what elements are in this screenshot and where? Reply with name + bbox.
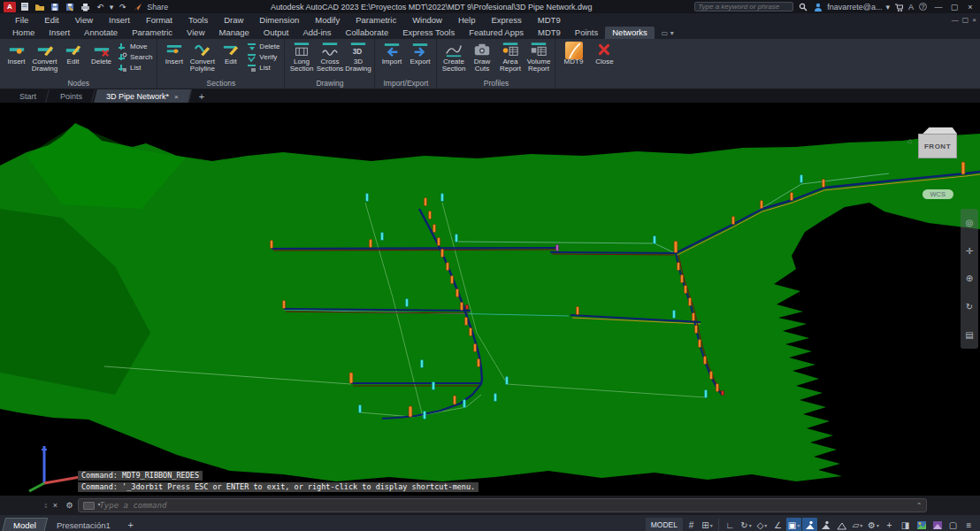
tab-annotate[interactable]: Annotate: [77, 27, 125, 39]
menu-modify[interactable]: Modify: [307, 15, 348, 25]
drawing-cross-sections-button[interactable]: Cross Sections: [316, 41, 343, 73]
tab-insert[interactable]: Insert: [42, 27, 77, 39]
tab-home[interactable]: Home: [5, 27, 42, 39]
menu-file[interactable]: File: [7, 15, 36, 25]
command-bar-grip[interactable]: ⁞⁞: [44, 502, 46, 510]
tab-parametric[interactable]: Parametric: [125, 27, 180, 39]
command-input[interactable]: [99, 501, 911, 510]
ribbon-close-button[interactable]: Close: [589, 41, 619, 65]
doc-close-button[interactable]: ×: [972, 16, 976, 24]
annotation-scale-icon[interactable]: [834, 518, 849, 531]
save-icon[interactable]: [50, 2, 61, 12]
new-drawing-tab-button[interactable]: +: [192, 89, 211, 103]
sections-convert-polyline-button[interactable]: Convert Polyline: [188, 41, 216, 73]
menu-draw[interactable]: Draw: [216, 15, 251, 25]
signed-in-user[interactable]: fnavarrete@a...: [827, 3, 882, 12]
search-icon[interactable]: [797, 2, 808, 12]
polar-tracking-icon[interactable]: ↻▾: [739, 518, 754, 531]
nodes-list-button[interactable]: List: [118, 63, 152, 73]
isolate-objects-icon[interactable]: ◨: [898, 518, 913, 531]
snap-mode-icon[interactable]: ⊞▾: [700, 518, 715, 531]
wcs-badge[interactable]: WCS: [923, 189, 954, 199]
menu-express[interactable]: Express: [483, 15, 529, 25]
ribbon-display-toggle[interactable]: ▭ ▾: [662, 29, 674, 39]
profiles-create-section-button[interactable]: Create Section: [440, 41, 467, 73]
graphics-performance-icon[interactable]: [914, 518, 929, 531]
menu-tools[interactable]: Tools: [180, 15, 216, 25]
command-input-field[interactable]: ⌃: [78, 498, 927, 512]
drawing-canvas[interactable]: ⌂ FRONT WCS ◎ ✛ ⊕ ↻ ▤ Command: MDT9_RIBB…: [0, 103, 980, 496]
hardware-acceleration-icon[interactable]: [930, 518, 945, 531]
command-customize-icon[interactable]: ⚙: [64, 501, 74, 510]
undo-dropdown-icon[interactable]: ▾: [110, 3, 114, 12]
annotation-visibility-icon[interactable]: [802, 518, 817, 531]
nav-wheel-icon[interactable]: ◎: [966, 218, 974, 227]
menu-format[interactable]: Format: [138, 15, 180, 25]
file-tab-start[interactable]: Start: [7, 89, 50, 103]
app-store-icon[interactable]: [893, 2, 905, 12]
profiles-draw-cuts-button[interactable]: Draw Cuts: [468, 41, 495, 73]
drawing-3d-button[interactable]: 3D 3D Drawing: [344, 41, 371, 73]
doc-restore-button[interactable]: ▢: [962, 16, 969, 24]
sections-insert-button[interactable]: Insert: [160, 41, 188, 65]
tab-view[interactable]: View: [180, 27, 211, 39]
doc-minimize-button[interactable]: —: [952, 16, 959, 24]
save-as-icon[interactable]: [65, 2, 76, 12]
help-search-input[interactable]: [698, 3, 790, 11]
autodesk-account-icon[interactable]: A: [908, 3, 914, 12]
model-space-toggle[interactable]: MODEL: [646, 518, 683, 531]
layout-tab-presentacion1[interactable]: Presentación1: [46, 519, 120, 531]
sections-panel-label[interactable]: Sections: [157, 78, 284, 88]
profiles-volume-report-button[interactable]: Volume Report: [524, 41, 552, 73]
nodes-move-button[interactable]: Move: [118, 42, 152, 51]
export-button[interactable]: Export: [406, 41, 433, 65]
file-tab-points[interactable]: Points: [48, 89, 96, 103]
user-dropdown-icon[interactable]: ▾: [885, 3, 890, 12]
annotation-monitor-icon[interactable]: +: [882, 518, 897, 531]
file-tab-close-icon[interactable]: ×: [174, 93, 179, 101]
grid-display-icon[interactable]: #: [684, 518, 699, 531]
share-icon[interactable]: [132, 2, 143, 12]
customization-menu-icon[interactable]: ≡: [961, 518, 976, 531]
isodraft-icon[interactable]: ◇▾: [754, 518, 769, 531]
nav-pan-icon[interactable]: ✛: [966, 246, 973, 256]
user-avatar-icon[interactable]: [812, 2, 823, 12]
close-button[interactable]: ×: [964, 3, 976, 12]
tab-featured-apps[interactable]: Featured Apps: [462, 27, 531, 39]
import-button[interactable]: Import: [378, 41, 405, 65]
tab-networks[interactable]: Networks: [605, 27, 655, 39]
open-folder-icon[interactable]: [34, 2, 46, 12]
profiles-area-report-button[interactable]: Area Report: [496, 41, 524, 73]
new-layout-button[interactable]: +: [121, 519, 141, 530]
help-search-box[interactable]: [694, 2, 793, 12]
recent-commands-icon[interactable]: [83, 502, 95, 510]
mdt9-button[interactable]: MDT9: [558, 41, 588, 65]
object-snap-tracking-icon[interactable]: ∠: [770, 518, 785, 531]
profiles-panel-label[interactable]: Profiles: [437, 78, 555, 88]
tab-express-tools[interactable]: Express Tools: [395, 27, 462, 39]
viewcube-front-face[interactable]: FRONT: [918, 134, 957, 158]
menu-insert[interactable]: Insert: [101, 15, 138, 25]
tab-mdt9[interactable]: MDT9: [531, 27, 568, 39]
tab-output[interactable]: Output: [256, 27, 296, 39]
plot-icon[interactable]: [80, 2, 91, 12]
sections-list-button[interactable]: List: [247, 63, 279, 73]
nodes-convert-drawing-button[interactable]: Convert Drawing: [31, 41, 58, 73]
menu-edit[interactable]: Edit: [36, 15, 66, 25]
nav-motion-icon[interactable]: ▤: [965, 330, 973, 340]
drawing-panel-label[interactable]: Drawing: [285, 78, 374, 88]
drawing-long-section-button[interactable]: Long Section: [287, 41, 315, 73]
sections-verify-button[interactable]: Verify: [247, 52, 279, 62]
undo-icon[interactable]: ↶: [95, 2, 106, 12]
minimize-button[interactable]: —: [932, 3, 945, 12]
nodes-panel-label[interactable]: Nodes: [0, 78, 157, 88]
nodes-edit-button[interactable]: Edit: [59, 41, 87, 65]
nodes-delete-button[interactable]: Delete: [88, 41, 115, 65]
layout-tab-model[interactable]: Model: [2, 518, 48, 531]
nodes-insert-button[interactable]: Insert: [3, 41, 30, 65]
nav-zoom-icon[interactable]: ⊕: [966, 273, 973, 283]
viewcube-top-face[interactable]: [918, 127, 957, 134]
viewcube[interactable]: ⌂ FRONT: [918, 127, 957, 158]
redo-icon[interactable]: ↷: [117, 2, 128, 12]
autocad-logo-icon[interactable]: A: [4, 2, 16, 12]
